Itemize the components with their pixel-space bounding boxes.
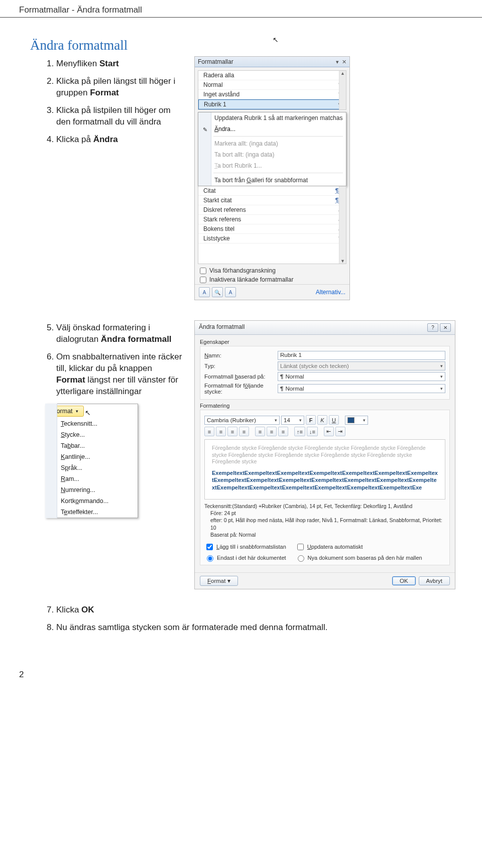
scrollbar[interactable]: ▲: [339, 71, 346, 109]
style-item-label: Normal: [203, 81, 223, 88]
checkbox[interactable]: [200, 277, 206, 283]
step-5-bold: Ändra formatmall: [101, 334, 172, 344]
format-button-menu: Format ▾ ↖ Teckensnitt... Stycke... Tabb…: [45, 404, 138, 518]
opt-new-docs[interactable]: Nya dokument som baseras på den här mall…: [295, 554, 422, 562]
style-item[interactable]: Inget avstånd¶: [198, 90, 346, 99]
bold-button[interactable]: F: [306, 415, 316, 425]
style-item-selected[interactable]: Rubrik 1▾: [198, 99, 346, 109]
ctx-delete-rubrik: Ta bort Rubrik 1...: [198, 160, 346, 171]
radio[interactable]: [298, 555, 304, 562]
style-item-label: Rubrik 1: [204, 101, 226, 108]
align-justify-button[interactable]: ≡: [239, 427, 249, 436]
manage-styles-button[interactable]: A: [225, 287, 236, 297]
line-spacing-2-button[interactable]: ≡: [267, 427, 277, 436]
opt-auto-update[interactable]: Uppdatera automatiskt: [295, 542, 363, 552]
help-button[interactable]: ?: [427, 323, 438, 332]
panel-dropdown-icon[interactable]: ▾: [336, 59, 339, 65]
style-item[interactable]: Bokens titela: [198, 224, 346, 234]
align-right-button[interactable]: ≡: [227, 427, 237, 436]
check-preview[interactable]: Visa förhandsgranskning: [195, 266, 349, 275]
size-combo[interactable]: 14▾: [281, 416, 304, 425]
line-spacing-1-button[interactable]: ≡: [255, 427, 265, 436]
fmt-tabbar[interactable]: Tabbar...: [46, 440, 138, 451]
chevron-down-icon: ▾: [440, 386, 443, 391]
style-inspector-button[interactable]: 🔍: [212, 287, 223, 297]
following-combo[interactable]: ¶Normal▾: [278, 384, 445, 393]
fmt-sprak[interactable]: Språk...: [46, 462, 138, 473]
style-item-label: Citat: [203, 187, 216, 194]
style-item[interactable]: Liststycke¶: [198, 234, 346, 243]
page-number: 2: [19, 670, 482, 680]
cancel-button[interactable]: Avbryt: [419, 576, 450, 585]
ctx-remove-gallery[interactable]: Ta bort från Galleri för snabbformat: [198, 175, 346, 186]
underline-button[interactable]: U: [329, 415, 339, 425]
new-style-button[interactable]: A: [199, 287, 210, 297]
style-item-label: Inget avstånd: [203, 91, 239, 98]
indent-dec-button[interactable]: ⇤: [324, 427, 334, 436]
step-4-text: Klicka på: [56, 135, 93, 144]
line-spacing-3-button[interactable]: ≡: [278, 427, 288, 436]
font-combo[interactable]: Cambria (Rubriker)▾: [204, 416, 280, 425]
style-item[interactable]: Normal¶: [198, 80, 346, 90]
checkbox[interactable]: [297, 544, 304, 550]
style-item-label: Starkt citat: [203, 197, 232, 204]
opt-add-quickstyles[interactable]: Lägg till i snabbformatslistan: [204, 542, 286, 552]
fmt-ram[interactable]: Ram...: [46, 473, 138, 484]
close-button[interactable]: ✕: [440, 323, 451, 332]
summary-line-4: Baserat på: Normal: [204, 531, 445, 538]
style-item-label: Radera alla: [203, 72, 234, 79]
ctx-modify[interactable]: ✎ Ändra...: [198, 123, 346, 135]
checkbox[interactable]: [200, 268, 206, 274]
style-item[interactable]: Citat¶a: [198, 186, 346, 196]
font-value: Cambria (Rubriker): [207, 417, 256, 423]
scroll-up-icon[interactable]: ▲: [339, 71, 346, 76]
dialog-titlebar: Ändra formatmall ? ✕: [195, 321, 455, 335]
align-left-button[interactable]: ≡: [204, 427, 214, 436]
chevron-down-icon: ▾: [363, 418, 366, 423]
step-7: Klicka OK: [56, 604, 452, 616]
align-center-button[interactable]: ≡: [216, 427, 226, 436]
panel-close-icon[interactable]: ✕: [342, 59, 346, 65]
italic-button[interactable]: K: [317, 415, 327, 425]
checkbox[interactable]: [206, 544, 213, 550]
fmt-teckensnitt[interactable]: Teckensnitt...: [46, 418, 138, 429]
scroll-down-icon[interactable]: ▼: [339, 259, 346, 264]
fmt-numrering[interactable]: Numrering...: [46, 484, 138, 495]
opt-this-doc[interactable]: Endast i det här dokumentet: [204, 554, 286, 562]
font-color-combo[interactable]: ▾: [345, 416, 368, 425]
format-dropdown-button[interactable]: Format ▾: [200, 576, 238, 586]
fmt-kantlinje[interactable]: Kantlinje...: [46, 451, 138, 462]
space-before-inc-button[interactable]: ↑≡: [294, 427, 305, 436]
chevron-down-icon: ▾: [299, 418, 302, 423]
styles-panel-title: Formatmallar ▾ ✕: [195, 57, 349, 67]
style-item[interactable]: Stark referensa: [198, 215, 346, 224]
check-label: Visa förhandsgranskning: [209, 267, 276, 274]
step-6-bold: Format: [56, 375, 85, 385]
fmt-stycke[interactable]: Stycke...: [46, 429, 138, 440]
based-on-combo[interactable]: ¶Normal▾: [278, 372, 445, 381]
options-link[interactable]: Alternativ...: [316, 289, 345, 296]
name-input[interactable]: Rubrik 1: [278, 351, 445, 360]
style-summary: Teckensnitt:(Standard) +Rubriker (Cambri…: [204, 503, 445, 538]
ctx-update-selection[interactable]: Uppdatera Rubrik 1 så att markeringen ma…: [198, 112, 346, 123]
step-8: Nu ändras samtliga stycken som är format…: [56, 622, 452, 634]
cursor-icon: ↖: [273, 36, 279, 44]
style-item[interactable]: Diskret referensa: [198, 205, 346, 215]
check-disable-linked[interactable]: Inaktivera länkade formatmallar: [195, 275, 349, 284]
chevron-down-icon: ▾: [76, 409, 78, 414]
radio[interactable]: [207, 555, 213, 562]
fmt-texteffekter[interactable]: Texteffekter...: [46, 507, 138, 518]
styles-panel: Formatmallar ▾ ✕ ▲ Radera alla Normal¶ I…: [194, 56, 350, 300]
space-before-dec-button[interactable]: ↓≡: [307, 427, 318, 436]
styles-list-lower: ▼ Citat¶a Starkt citat¶a Diskret referen…: [198, 186, 346, 264]
fmt-kortkommando[interactable]: Kortkommando...: [46, 495, 138, 507]
dialog-title-text: Ändra formatmall: [199, 323, 245, 332]
indent-inc-button[interactable]: ⇥: [335, 427, 345, 436]
ok-button[interactable]: OK: [392, 576, 416, 585]
check-label: Inaktivera länkade formatmallar: [209, 276, 293, 283]
preview-grey-text: Föregående stycke Föregående stycke Före…: [212, 445, 426, 464]
style-item[interactable]: Starkt citat¶a: [198, 196, 346, 205]
style-item[interactable]: Radera alla: [198, 71, 346, 80]
style-item-label: Liststycke: [203, 235, 230, 242]
scrollbar[interactable]: ▼: [339, 186, 346, 264]
